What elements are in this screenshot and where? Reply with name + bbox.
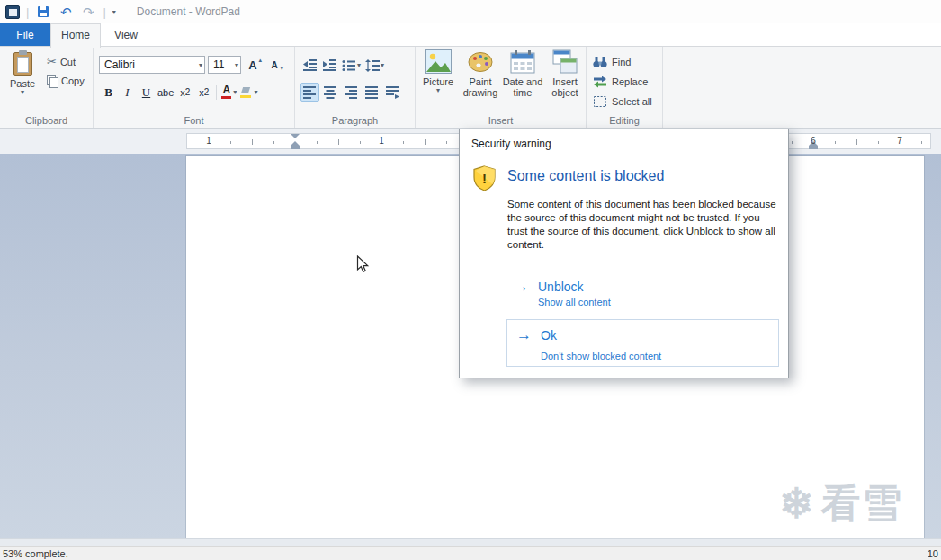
statusbar: 53% complete. 10 [0, 546, 941, 560]
date-time-button[interactable]: Date and time [502, 49, 543, 114]
decrease-indent-icon [302, 58, 318, 72]
ok-button[interactable]: → Ok Don't show blocked content [506, 319, 779, 367]
svg-text:!: ! [482, 171, 487, 186]
line-spacing-icon [365, 59, 380, 72]
redo-button[interactable]: ↷ [80, 4, 96, 20]
paragraph-row-2 [300, 83, 402, 102]
justify-button[interactable] [363, 83, 381, 102]
caret-down-icon: ▾ [280, 65, 283, 72]
tab-file[interactable]: File [0, 23, 50, 46]
ruler-tick [446, 141, 447, 144]
caret-down-icon: ▾ [235, 61, 238, 69]
wordpad-app-icon[interactable] [5, 5, 20, 19]
line-spacing-button[interactable]: ▾ [363, 56, 386, 75]
separator [216, 85, 217, 100]
picture-icon [425, 49, 452, 74]
ribbon-group-font: Calibri ▾ 11 ▾ A ▴ A ▾ B I U [94, 47, 295, 128]
align-left-icon [303, 86, 317, 99]
strikethrough-button[interactable]: abe [156, 83, 175, 102]
font-color-button[interactable]: A ▾ [220, 83, 238, 102]
insert-object-button[interactable]: Insert object [544, 49, 586, 114]
dialog-title: Security warning [471, 138, 551, 150]
mouse-cursor [356, 255, 370, 274]
paragraph-dialog-button[interactable] [383, 83, 402, 102]
italic-button[interactable]: I [118, 83, 137, 102]
start-list-button[interactable]: ▾ [340, 56, 363, 75]
bullet-list-icon [342, 59, 356, 72]
date-time-label: Date and time [502, 76, 543, 98]
tab-home[interactable]: Home [50, 23, 101, 48]
ribbon-group-editing: Find Replace Select all Editing [587, 47, 663, 128]
ruler-tick [252, 139, 253, 145]
security-shield-icon: ! [472, 165, 497, 191]
save-button[interactable] [35, 4, 51, 20]
replace-icon [593, 76, 607, 88]
align-left-button[interactable] [300, 83, 319, 102]
security-warning-dialog: Security warning ! Some content is block… [459, 129, 789, 378]
grow-font-button[interactable]: A ▴ [243, 56, 263, 74]
paragraph-settings-icon [386, 86, 399, 99]
superscript-button[interactable]: x2 [194, 83, 213, 102]
align-center-icon [324, 86, 337, 99]
ruler-number: 1 [206, 136, 211, 146]
ruler-tick [921, 141, 922, 144]
unblock-button[interactable]: → Unblock Show all content [514, 279, 611, 307]
caret-down-icon: ▾ [21, 89, 24, 96]
paint-drawing-label: Paint drawing [460, 76, 501, 98]
font-family-combobox[interactable]: Calibri ▾ [99, 56, 205, 74]
qat-separator: | [103, 5, 105, 19]
dialog-body-text: Some content of this document has been b… [507, 198, 777, 252]
group-label-clipboard: Clipboard [0, 115, 93, 126]
caret-down-icon: ▾ [381, 62, 384, 69]
align-right-button[interactable] [342, 83, 361, 102]
unblock-label: Unblock [538, 279, 611, 295]
ruler-tick [425, 139, 426, 145]
insert-object-icon [552, 49, 578, 74]
insert-object-label: Insert object [544, 76, 586, 98]
group-label-paragraph: Paragraph [295, 115, 415, 126]
clipboard-clip [19, 50, 27, 55]
qat-customize-button[interactable]: ▾ [112, 8, 116, 16]
ribbon-tab-bar: File Home View [0, 23, 941, 47]
arrow-right-icon: → [514, 279, 538, 295]
font-size-combobox[interactable]: 11 ▾ [208, 56, 241, 74]
highlighter-icon [240, 87, 252, 98]
paste-icon [13, 52, 32, 76]
cut-button[interactable]: ✂ Cut [45, 52, 86, 71]
calendar-icon [510, 49, 535, 74]
copy-icon [47, 75, 58, 87]
subscript-button[interactable]: x2 [175, 83, 194, 102]
increase-indent-button[interactable] [320, 56, 339, 75]
left-indent-marker[interactable] [291, 146, 300, 149]
first-line-indent-marker[interactable] [291, 134, 300, 138]
align-right-icon [345, 86, 358, 99]
replace-button[interactable]: Replace [593, 74, 648, 90]
select-all-button[interactable]: Select all [593, 93, 652, 110]
cut-copy-column: ✂ Cut Copy [45, 52, 86, 90]
paragraph-row-1: ▾ ▾ [300, 56, 386, 75]
progress-status: 53% complete. [3, 548, 68, 559]
arrow-right-icon: → [516, 327, 541, 343]
decrease-indent-button[interactable] [300, 56, 319, 75]
bold-button[interactable]: B [99, 83, 118, 102]
tab-view[interactable]: View [101, 23, 151, 46]
redo-icon: ↷ [83, 5, 94, 19]
increase-indent-icon [322, 58, 337, 72]
paint-drawing-button[interactable]: Paint drawing [460, 49, 501, 114]
undo-button[interactable]: ↶ [58, 4, 74, 20]
find-button[interactable]: Find [593, 54, 631, 70]
window-title: Document - WordPad [137, 5, 240, 18]
align-center-button[interactable] [321, 83, 340, 102]
horizontal-scrollbar[interactable] [0, 538, 941, 546]
group-label-insert: Insert [416, 115, 586, 126]
ruler-tick [878, 141, 879, 144]
ruler-tick [835, 141, 836, 144]
ok-sublabel: Don't show blocked content [541, 351, 778, 361]
shrink-font-button[interactable]: A ▾ [264, 56, 284, 74]
highlight-color-button[interactable]: ▾ [238, 83, 259, 102]
ribbon-group-clipboard: Paste ▾ ✂ Cut Copy Clipboard [0, 47, 94, 128]
underline-button[interactable]: U [137, 83, 156, 102]
copy-button[interactable]: Copy [45, 71, 86, 90]
picture-button[interactable]: Picture ▾ [417, 49, 459, 114]
paste-button[interactable]: Paste ▾ [4, 50, 40, 113]
